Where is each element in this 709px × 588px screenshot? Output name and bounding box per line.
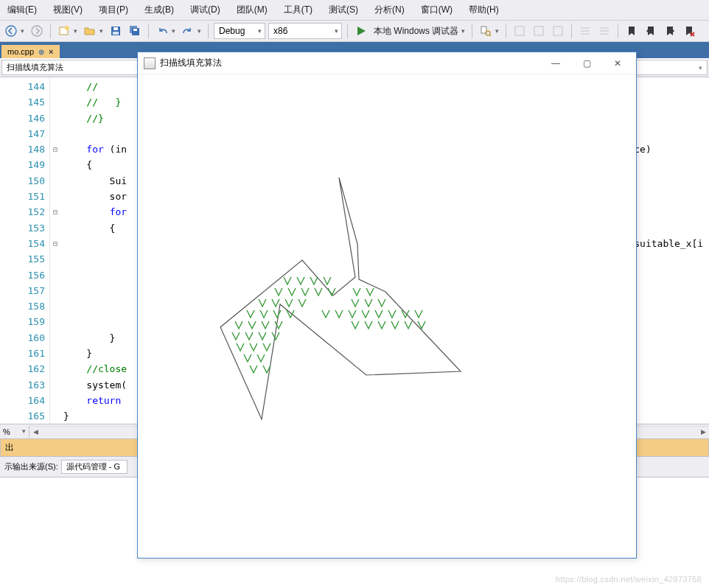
toolbar-separator — [571, 24, 572, 38]
save-all-button[interactable] — [127, 23, 143, 39]
menu-m[interactable]: 团队(M) — [231, 1, 273, 18]
menu-s[interactable]: 测试(S) — [323, 1, 364, 18]
open-drop[interactable]: ▾ — [99, 27, 103, 35]
nav-fwd-button[interactable] — [29, 23, 45, 39]
app-icon — [144, 57, 156, 69]
start-debug-button[interactable] — [353, 23, 369, 39]
chevron-down-icon: ▾ — [699, 64, 702, 71]
find-drop[interactable]: ▾ — [495, 27, 499, 35]
watermark: https://blog.csdn.net/weixin_42873758 — [556, 575, 702, 584]
zoom-value: % — [3, 427, 10, 436]
toolbar-separator — [50, 24, 51, 38]
new-project-drop[interactable]: ▾ — [74, 27, 77, 35]
new-project-button[interactable] — [56, 23, 72, 39]
code-right-overflow: ce) suitable_x[i — [634, 79, 709, 424]
step-into-button — [511, 23, 528, 39]
toolbar-separator — [148, 24, 149, 38]
menu-v[interactable]: 视图(V) — [47, 1, 88, 18]
popup-title: 扫描线填充算法 — [160, 57, 222, 69]
menu-d[interactable]: 调试(D) — [184, 1, 226, 18]
pin-icon[interactable]: ⊕ — [38, 48, 44, 56]
toolbar-separator — [618, 24, 618, 38]
undo-drop[interactable]: ▾ — [172, 27, 175, 35]
output-source-label: 示输出来源(S): — [4, 461, 58, 472]
scroll-right-icon[interactable]: ▶ — [697, 426, 709, 438]
scroll-left-icon[interactable]: ◀ — [29, 426, 41, 438]
svg-rect-5 — [113, 27, 118, 30]
render-canvas: [ {"y":275,"x0":198,"x1":258}, {"y":290,… — [138, 74, 636, 558]
step-over-button — [531, 23, 547, 39]
svg-rect-15 — [553, 27, 562, 35]
output-source-select[interactable]: 源代码管理 - G — [61, 460, 128, 474]
svg-line-12 — [489, 35, 491, 36]
platform-select[interactable]: x86 — [268, 23, 342, 39]
zoom-box[interactable]: %▾ — [0, 426, 29, 438]
menu-h[interactable]: 帮助(H) — [463, 1, 505, 18]
chevron-down-icon: ▾ — [22, 427, 26, 435]
menubar: 编辑(E)视图(V)项目(P)生成(B)调试(D)团队(M)工具(T)测试(S)… — [0, 0, 709, 21]
redo-drop[interactable]: ▾ — [198, 27, 201, 35]
svg-point-3 — [65, 26, 69, 30]
main-toolbar: ▾ ▾ ▾ ▾ ▾ Debug x86 本地 Windows 调试器 ▾ ▾ — [0, 21, 709, 42]
toolbar-separator — [472, 24, 472, 38]
debugger-drop[interactable]: ▾ — [461, 27, 465, 35]
nav-back-button[interactable] — [3, 23, 19, 39]
redo-button[interactable] — [180, 23, 196, 39]
menu-n[interactable]: 分析(N) — [369, 1, 411, 18]
find-button[interactable] — [478, 23, 494, 39]
minimize-button[interactable]: — — [540, 53, 571, 74]
bookmark-next-button[interactable] — [662, 23, 678, 39]
toolbar-separator — [506, 24, 506, 38]
bookmark-button[interactable] — [624, 23, 640, 39]
step-out-button — [550, 23, 566, 39]
svg-rect-13 — [515, 27, 524, 35]
popup-window: 扫描线填充算法 — ▢ ✕ [ {"y":275,"x0":198,"x1":2 — [137, 52, 637, 559]
undo-button[interactable] — [154, 23, 170, 39]
menu-b[interactable]: 生成(B) — [139, 1, 180, 18]
uncomment-button — [596, 23, 612, 39]
svg-point-1 — [32, 26, 42, 36]
toolbar-separator — [347, 24, 348, 38]
bookmark-prev-button[interactable] — [643, 23, 659, 39]
nav-back-drop[interactable]: ▾ — [21, 27, 24, 35]
tab-filename: mo.cpp — [7, 47, 34, 56]
menu-w[interactable]: 窗口(W) — [415, 1, 458, 18]
maximize-button[interactable]: ▢ — [571, 53, 602, 74]
line-gutter: 1441451461471481491501511521531541551561… — [0, 77, 50, 424]
close-button[interactable]: ✕ — [602, 53, 633, 74]
tab-active[interactable]: mo.cpp ⊕ × — [1, 45, 60, 58]
svg-rect-9 — [133, 29, 137, 31]
menu-p[interactable]: 项目(P) — [93, 1, 134, 18]
save-button[interactable] — [108, 23, 124, 39]
config-select[interactable]: Debug — [214, 23, 265, 39]
fold-column[interactable]: ⊟⊟⊟ — [50, 77, 60, 424]
bookmark-clear-button[interactable] — [681, 23, 697, 39]
menu-t[interactable]: 工具(T) — [278, 1, 318, 18]
svg-rect-6 — [113, 32, 119, 35]
breadcrumb-scope: 扫描线填充算法 — [7, 62, 63, 73]
svg-point-0 — [6, 26, 16, 36]
svg-rect-14 — [534, 27, 543, 35]
open-button[interactable] — [82, 23, 98, 39]
comment-button — [577, 23, 593, 39]
toolbar-separator — [208, 24, 209, 38]
debugger-label[interactable]: 本地 Windows 调试器 — [372, 25, 460, 38]
menu-e[interactable]: 编辑(E) — [1, 1, 43, 18]
popup-titlebar[interactable]: 扫描线填充算法 — ▢ ✕ — [138, 52, 636, 74]
close-icon[interactable]: × — [49, 47, 53, 56]
